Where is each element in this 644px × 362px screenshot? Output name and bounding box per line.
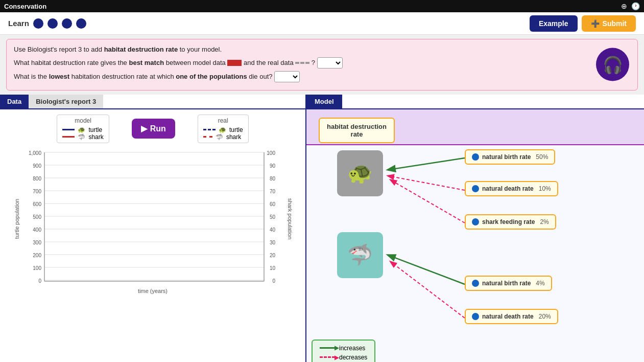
lowest-rate-dropdown[interactable]	[274, 71, 300, 82]
titlebar-icons: ⊕ 🕐	[621, 2, 640, 10]
example-button[interactable]: Example	[530, 15, 578, 32]
svg-text:20: 20	[270, 253, 276, 258]
rate-pct-2: 10%	[539, 185, 551, 192]
model-turtle-row: 🐢 turtle	[62, 126, 103, 133]
real-shark-line	[203, 136, 212, 138]
learn-area: Learn	[8, 18, 86, 29]
grid-lines	[44, 152, 264, 280]
chart-svg: 1,000 900 800 700 600 500 400 300 200 10…	[25, 147, 280, 290]
model-shark-label: shark	[88, 133, 103, 141]
run-button[interactable]: ▶ Example Run	[132, 119, 175, 139]
submit-label: Submit	[603, 19, 627, 28]
y-right-axis-label: shark population	[288, 198, 294, 239]
natural-death-rate-turtle: natural death rate 10%	[465, 181, 558, 196]
svg-text:80: 80	[270, 176, 276, 182]
svg-text:400: 400	[33, 227, 41, 233]
tab-model[interactable]: Model	[306, 95, 342, 108]
instruction-line3: What is the lowest habitation destructio…	[14, 71, 630, 82]
svg-line-39	[391, 180, 465, 223]
habitat-destruction-box: habitat destruction rate	[319, 118, 395, 143]
learn-label: Learn	[8, 19, 29, 28]
shark-feeding-rate: shark feeding rate 2%	[465, 214, 556, 230]
real-shark-row: 🦈 shark	[203, 133, 243, 141]
rate-dot-3	[472, 218, 479, 225]
decreases-arrow	[320, 356, 335, 358]
progress-dot-4	[76, 18, 86, 29]
svg-line-37	[388, 255, 465, 284]
turtle-emoji-real: 🐢	[219, 126, 226, 133]
avatar: 🎧	[596, 48, 629, 81]
real-turtle-row: 🐢 turtle	[203, 126, 243, 133]
svg-text:500: 500	[33, 214, 41, 220]
svg-text:700: 700	[33, 189, 41, 194]
rate-dot-4	[472, 280, 479, 287]
main-area: Data Biologist's report 3 model 🐢 turtle…	[0, 95, 644, 363]
model-shark-line	[62, 136, 75, 138]
turtle-box: 🐢	[337, 150, 383, 196]
model-legend: increases decreases	[312, 340, 375, 363]
tab-biologist[interactable]: Biologist's report 3	[29, 95, 103, 108]
rate-label-1: natural birth rate	[482, 153, 531, 161]
progress-dot-1	[33, 18, 43, 29]
y-left-axis-label: turtle population	[14, 198, 20, 238]
best-match-dropdown[interactable]	[317, 57, 343, 69]
clock-icon: 🕐	[631, 2, 640, 10]
rate-pct-3: 2%	[540, 218, 548, 225]
natural-birth-rate-shark: natural birth rate 4%	[465, 276, 552, 291]
svg-text:600: 600	[33, 201, 41, 207]
chart-area: model 🐢 turtle 🦈 shark ▶ Ex	[0, 109, 305, 363]
instruction-line1: Use Biologist's report 3 to add habitat …	[14, 44, 630, 55]
instruction-line2: What habitat destruction rate gives the …	[14, 57, 630, 69]
svg-line-36	[388, 158, 465, 170]
model-legend-group: model 🐢 turtle 🦈 shark	[57, 115, 109, 143]
turtle-emoji: 🐢	[347, 161, 373, 185]
svg-text:200: 200	[33, 253, 41, 258]
svg-text:90: 90	[270, 163, 276, 169]
increases-arrow	[320, 347, 335, 349]
svg-text:300: 300	[33, 240, 41, 245]
rate-pct-1: 50%	[536, 153, 548, 161]
svg-text:0: 0	[272, 278, 275, 284]
app-title: Conservation	[4, 3, 46, 10]
right-panel: Model habitat destruction rate 🐢 🦈 natur…	[306, 95, 644, 363]
svg-text:30: 30	[270, 240, 276, 245]
left-tabs: Data Biologist's report 3	[0, 95, 305, 109]
header: Learn Example ➕ Submit	[0, 12, 644, 35]
real-legend-group: real 🐢 turtle 🦈 shark	[198, 115, 249, 143]
plus-icon[interactable]: ⊕	[621, 2, 627, 10]
rate-dot-2	[472, 185, 479, 192]
rate-dot-5	[472, 313, 479, 320]
svg-line-38	[388, 176, 465, 190]
decreases-label: decreases	[339, 354, 367, 361]
rate-label-5: natural death rate	[482, 313, 534, 320]
svg-text:100: 100	[267, 150, 275, 156]
titlebar: Conservation ⊕ 🕐	[0, 0, 644, 12]
tab-data[interactable]: Data	[0, 95, 29, 108]
svg-text:900: 900	[33, 163, 41, 169]
habitat-line2: rate	[327, 130, 387, 138]
natural-death-rate-shark: natural death rate 20%	[465, 309, 558, 324]
model-turtle-label: turtle	[88, 126, 102, 133]
progress-dot-2	[47, 18, 58, 29]
model-legend-title: model	[62, 117, 103, 124]
increases-row: increases	[320, 345, 367, 352]
svg-text:10: 10	[270, 265, 276, 271]
rate-label-2: natural death rate	[482, 185, 534, 192]
rate-pct-5: 20%	[539, 313, 551, 320]
real-legend-title: real	[203, 117, 243, 124]
rate-pct-4: 4%	[536, 280, 544, 287]
real-turtle-label: turtle	[229, 126, 243, 133]
svg-line-40	[391, 262, 465, 318]
submit-button[interactable]: ➕ Submit	[582, 15, 636, 32]
header-buttons: Example ➕ Submit	[530, 15, 636, 32]
submit-plus-icon: ➕	[591, 19, 600, 28]
habitat-line1: habitat destruction	[327, 123, 387, 130]
rate-dot-1	[472, 153, 479, 161]
svg-text:800: 800	[33, 176, 41, 182]
shark-emoji: 🦈	[347, 243, 373, 267]
decreases-row: decreases	[320, 354, 367, 361]
increases-label: increases	[339, 345, 365, 352]
svg-text:40: 40	[270, 227, 276, 233]
right-tabs: Model	[306, 95, 644, 109]
y-right-axis: 100 90 80 70 60 50 40 30 20 10 0	[267, 150, 275, 284]
